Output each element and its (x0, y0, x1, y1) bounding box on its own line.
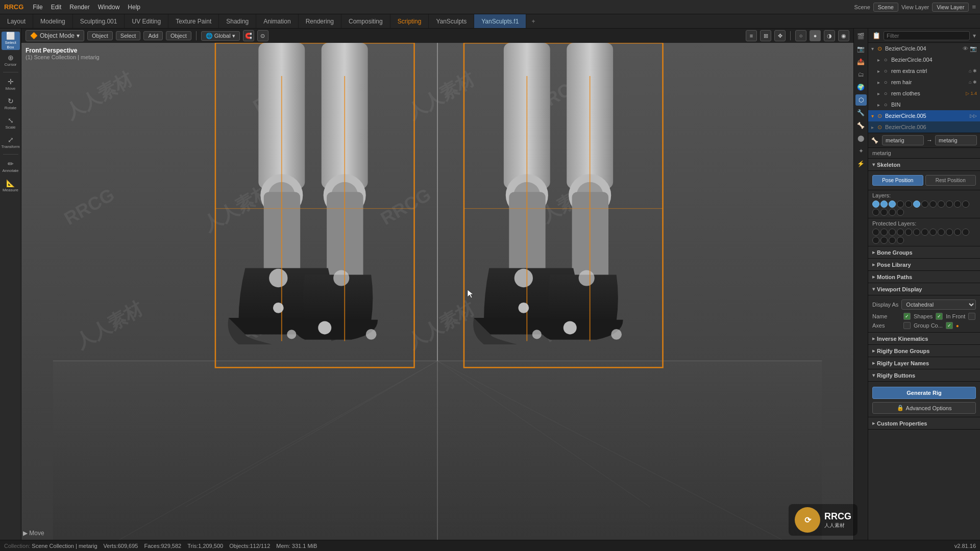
bone-groups-header[interactable]: ▸ Bone Groups (868, 246, 980, 259)
tool-cursor[interactable]: ⊕ Cursor (2, 51, 20, 69)
outliner-search[interactable] (884, 31, 970, 40)
layer-2[interactable] (880, 201, 888, 208)
player-13[interactable] (872, 237, 879, 244)
rigify-buttons-header[interactable]: ▾ Rigify Buttons (868, 369, 980, 382)
tool-annotate[interactable]: ✏ Annotate (2, 157, 20, 176)
player-7[interactable] (921, 229, 928, 236)
object-menu2[interactable]: Object (166, 31, 191, 40)
properties-particles-icon[interactable]: ✦ (855, 145, 867, 157)
pose-library-header[interactable]: ▸ Pose Library (868, 259, 980, 271)
tool-measure[interactable]: 📐 Measure (2, 177, 20, 195)
display-as-selector[interactable]: Octahedral (901, 299, 976, 310)
groupco-dot[interactable]: ● (956, 323, 959, 329)
custom-properties-header[interactable]: ▸ Custom Properties (868, 417, 980, 430)
player-5[interactable] (905, 229, 912, 236)
outliner-item-2[interactable]: ▸ ○ rem extra cntrl ⌂ ✱ (868, 65, 980, 77)
motion-paths-header[interactable]: ▸ Motion Paths (868, 271, 980, 283)
layer-8[interactable] (929, 201, 937, 208)
properties-modifier-icon[interactable]: 🔧 (855, 107, 867, 118)
gizmo-toggle[interactable]: ✥ (774, 30, 786, 41)
axes-checkbox[interactable] (903, 322, 911, 329)
layer-4[interactable] (897, 201, 904, 208)
layer-1[interactable] (872, 201, 879, 208)
object-menu[interactable]: Object (87, 31, 113, 40)
global-selector[interactable]: 🌐 Global ▾ (201, 31, 240, 41)
rigify-layer-names-header[interactable]: ▸ Rigify Layer Names (868, 357, 980, 369)
player-3[interactable] (889, 229, 896, 236)
layer-13[interactable] (872, 209, 879, 216)
player-14[interactable] (880, 237, 888, 244)
properties-data-icon[interactable]: 🦴 (855, 120, 867, 131)
add-menu[interactable]: Add (143, 31, 163, 40)
player-8[interactable] (929, 229, 937, 236)
name-checkbox[interactable]: ✓ (903, 313, 911, 320)
tab-shading[interactable]: Shading (219, 14, 256, 28)
scene-selector[interactable]: Scene (873, 3, 898, 12)
properties-physics-icon[interactable]: ⚡ (855, 158, 867, 169)
properties-viewlayer-icon[interactable]: 🗂 (855, 69, 867, 80)
groupco-checkbox[interactable]: ✓ (946, 322, 953, 329)
player-11[interactable] (954, 229, 961, 236)
properties-world-icon[interactable]: 🌍 (855, 82, 867, 93)
outliner-item-7[interactable]: ▸ ⊙ BezierCircle.006 (868, 121, 980, 133)
cam-icon-0[interactable]: 📷 (970, 45, 977, 52)
layer-12[interactable] (962, 201, 969, 208)
tab-compositing[interactable]: Compositing (341, 14, 390, 28)
tab-sculpting[interactable]: Sculpting.001 (73, 14, 125, 28)
layer-11[interactable] (954, 201, 961, 208)
properties-output-icon[interactable]: 📤 (855, 56, 867, 67)
snap-button[interactable]: 🧲 (243, 30, 254, 41)
shading-wire[interactable]: ○ (795, 30, 806, 41)
advanced-options-button[interactable]: 🔒 Advanced Options (872, 402, 976, 414)
layer-16[interactable] (897, 209, 904, 216)
outliner-item-4[interactable]: ▸ ○ rem clothes ▷ 1.4 (868, 88, 980, 99)
proportional-edit[interactable]: ⊙ (257, 30, 268, 41)
shapes-checkbox[interactable]: ✓ (936, 313, 943, 320)
viewport-options[interactable]: ≡ (746, 30, 757, 41)
outliner-item-0[interactable]: ▾ ⊙ BezierCircle.004 👁 📷 (868, 43, 980, 54)
player-6[interactable] (913, 229, 920, 236)
tool-scale[interactable]: ⤡ Scale (2, 114, 20, 132)
player-16[interactable] (897, 237, 904, 244)
viewport-display-header[interactable]: ▾ Viewport Display (868, 283, 980, 295)
eye-icon-0[interactable]: 👁 (963, 45, 968, 52)
object-mode-selector[interactable]: 🔶 Object Mode ▾ (26, 30, 84, 41)
tab-texture-paint[interactable]: Texture Paint (168, 14, 219, 28)
tool-select-box[interactable]: ⬜ Select Box (2, 32, 20, 50)
tab-uv-editing[interactable]: UV Editing (125, 14, 168, 28)
menu-help[interactable]: Help (124, 2, 144, 12)
rest-position-btn[interactable]: Rest Position (925, 175, 976, 186)
outliner-item-6[interactable]: ▾ ⊙ BezierCircle.005 ▷▷ (868, 110, 980, 121)
layer-7[interactable] (921, 201, 928, 208)
tab-scripting[interactable]: Scripting (390, 14, 429, 28)
outliner-item-5[interactable]: ▸ ○ BIN (868, 99, 980, 110)
tab-layout[interactable]: Layout (0, 14, 33, 28)
player-4[interactable] (897, 229, 904, 236)
properties-scene-icon[interactable]: 🎬 (855, 31, 867, 42)
tab-rendering[interactable]: Rendering (299, 14, 341, 28)
properties-material-icon[interactable]: ⬤ (855, 133, 867, 144)
outliner-filter-icon[interactable]: ▾ (973, 32, 976, 39)
skeleton-section-header[interactable]: ▾ Skeleton (868, 159, 980, 171)
options-button[interactable]: ≡ (972, 3, 976, 11)
menu-window[interactable]: Window (94, 2, 124, 12)
shading-solid[interactable]: ● (810, 30, 821, 41)
properties-object-icon[interactable]: ⬡ (855, 94, 867, 106)
tab-modeling[interactable]: Modeling (33, 14, 73, 28)
layer-14[interactable] (880, 209, 888, 216)
overlay-toggle[interactable]: ⊞ (760, 30, 771, 41)
tool-rotate[interactable]: ↻ Rotate (2, 94, 20, 113)
pose-position-btn[interactable]: Pose Position (872, 175, 923, 186)
player-15[interactable] (889, 237, 896, 244)
outliner-item-3[interactable]: ▸ ○ rem hair ⌂ ✱ (868, 77, 980, 88)
ik-header[interactable]: ▸ Inverse Kinematics (868, 333, 980, 345)
viewport-3d[interactable]: 人人素材 RRCG 人人素材 RRCG RRCG 人人素材 RRCG 人人素材 … (21, 43, 853, 540)
layer-3[interactable] (889, 201, 896, 208)
armature-name-btn[interactable]: metarig (882, 135, 924, 145)
menu-file[interactable]: File (29, 2, 46, 12)
tab-animation[interactable]: Animation (256, 14, 298, 28)
tab-yansculpts[interactable]: YanSculpts (429, 14, 474, 28)
player-12[interactable] (962, 229, 969, 236)
menu-render[interactable]: Render (65, 2, 93, 12)
infront-checkbox[interactable] (968, 313, 975, 320)
